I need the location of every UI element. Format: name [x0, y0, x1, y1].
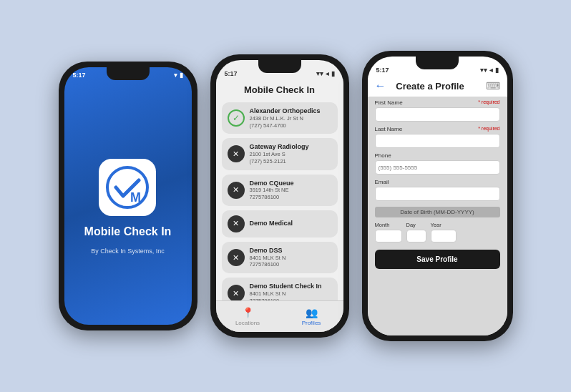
first-name-input[interactable] — [375, 107, 500, 122]
email-label: Email — [375, 179, 500, 185]
list-item[interactable]: ✓ Alexander Orthopedics 2438 Dr M.L.K. J… — [222, 102, 338, 134]
loc-addr: 2438 Dr M.L.K. Jr St N(727) 547-4700 — [250, 115, 332, 129]
signal-icon-3: ▾▾ — [480, 67, 487, 74]
loc-name: Demo CQueue — [250, 180, 332, 187]
svg-point-0 — [107, 167, 147, 207]
wifi-icon: ▾ — [174, 72, 177, 79]
app-logo: M — [99, 159, 156, 216]
wifi-icon-3: ◂ — [489, 67, 493, 74]
inactive-icon: ✕ — [228, 285, 245, 300]
phone-input[interactable] — [375, 160, 500, 175]
active-icon: ✓ — [228, 109, 245, 127]
status-time-2: 5:17 — [225, 70, 238, 77]
first-name-required: * required — [478, 99, 499, 106]
last-name-required: * required — [478, 126, 499, 132]
list-item[interactable]: ✕ Demo DSS 8401 MLK St N7275786100 — [222, 242, 338, 273]
email-label-text: Email — [375, 179, 389, 185]
profile-title: Create a Profile — [379, 81, 482, 92]
day-label: Day — [406, 222, 426, 228]
loc-name: Demo DSS — [250, 247, 332, 255]
signal-icon: ▾▾ — [316, 70, 323, 77]
loc-addr: 2100 1st Ave S(727) 525-2121 — [250, 151, 332, 165]
tab-profiles-label: Profiles — [302, 320, 321, 326]
day-group: Day — [406, 222, 426, 242]
battery-icon-3: ▮ — [495, 67, 499, 74]
profiles-tab-icon: 👥 — [306, 307, 318, 318]
loc-addr: 8401 MLK St N7275786100 — [250, 290, 332, 300]
first-name-label-row: First Name * required — [375, 99, 500, 106]
list-item[interactable]: ✕ Demo Student Check In 8401 MLK St N727… — [222, 278, 338, 300]
first-name-group: First Name * required — [375, 99, 500, 122]
locations-header: Mobile Check In — [216, 79, 343, 99]
year-input[interactable] — [431, 230, 457, 242]
tab-bar: 📍 Locations 👥 Profiles — [216, 300, 343, 332]
phone-locations: 5:17 ▾▾ ◂ ▮ Mobile Check In ✓ Alexander … — [210, 54, 349, 338]
email-group: Email — [375, 179, 500, 201]
phone-label-text: Phone — [375, 152, 391, 159]
profile-form: First Name * required Last Name * requir… — [368, 97, 507, 335]
list-item[interactable]: ✕ Gateway Radiology 2100 1st Ave S(727) … — [222, 138, 338, 170]
loc-name: Alexander Orthopedics — [250, 107, 332, 115]
profile-header: ← Create a Profile ⌨ — [368, 75, 507, 97]
inactive-icon: ✕ — [228, 182, 245, 199]
app-subtitle: By Check In Systems, Inc — [91, 248, 165, 255]
inactive-icon: ✕ — [228, 215, 245, 232]
tab-locations[interactable]: 📍 Locations — [216, 301, 280, 332]
month-group: Month — [375, 222, 402, 242]
phone-label: Phone — [375, 152, 500, 159]
month-input[interactable] — [375, 230, 402, 242]
battery-icon: ▮ — [180, 72, 183, 79]
app-title: Mobile Check In — [84, 225, 172, 238]
last-name-group: Last Name * required — [375, 126, 500, 148]
dob-row: Month Day Year — [375, 222, 500, 242]
phone-splash: 5:17 ▾ ▮ M Mobile Check In By Check In S… — [59, 62, 197, 330]
last-name-label: Last Name — [375, 126, 403, 132]
wifi-icon-2: ◂ — [326, 70, 329, 77]
loc-addr: 3919 14th St NE7275786100 — [250, 187, 332, 201]
loc-name: Demo Student Check In — [250, 283, 332, 290]
keyboard-icon: ⌨ — [486, 80, 500, 92]
list-item[interactable]: ✕ Demo Medical — [222, 210, 338, 237]
location-list: ✓ Alexander Orthopedics 2438 Dr M.L.K. J… — [216, 99, 343, 300]
month-label: Month — [375, 222, 402, 228]
loc-name: Gateway Radiology — [250, 143, 332, 151]
loc-addr: 8401 MLK St N7275786100 — [250, 255, 332, 269]
inactive-icon: ✕ — [228, 145, 245, 162]
last-name-label-row: Last Name * required — [375, 126, 500, 132]
loc-name: Demo Medical — [250, 220, 332, 227]
first-name-label: First Name — [375, 99, 403, 106]
save-profile-button[interactable]: Save Profile — [375, 250, 500, 269]
year-label: Year — [431, 222, 457, 228]
status-time: 5:17 — [73, 72, 86, 79]
tab-locations-label: Locations — [235, 320, 260, 326]
last-name-input[interactable] — [375, 134, 500, 148]
email-input[interactable] — [375, 187, 500, 201]
tab-profiles[interactable]: 👥 Profiles — [280, 301, 343, 332]
phone-group: Phone — [375, 152, 500, 175]
svg-text:M: M — [130, 190, 141, 205]
dob-section-label: Date of Birth (MM-DD-YYYY) — [375, 207, 500, 217]
status-time-3: 5:17 — [376, 67, 389, 74]
locations-tab-icon: 📍 — [242, 307, 254, 318]
battery-icon-2: ▮ — [331, 70, 335, 77]
day-input[interactable] — [406, 230, 426, 242]
phone-create-profile: 5:17 ▾▾ ◂ ▮ ← Create a Profile ⌨ First N… — [362, 51, 513, 341]
year-group: Year — [431, 222, 457, 242]
list-item[interactable]: ✕ Demo CQueue 3919 14th St NE7275786100 — [222, 175, 338, 206]
inactive-icon: ✕ — [228, 249, 245, 266]
